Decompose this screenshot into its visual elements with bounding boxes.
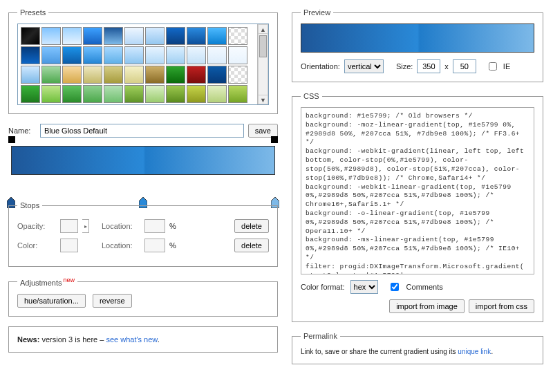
preset-swatch[interactable] xyxy=(228,46,247,64)
preset-swatch[interactable] xyxy=(83,66,102,84)
adjustments-legend: Adjustmentsnew xyxy=(17,277,77,287)
comments-checkbox[interactable] xyxy=(391,283,399,291)
scroll-down-arrow-icon[interactable]: ▼ xyxy=(258,95,268,104)
opacity-label: Opacity: xyxy=(17,222,56,230)
hue-saturation-button[interactable]: hue/saturation... xyxy=(17,294,86,308)
preset-swatch[interactable] xyxy=(41,85,61,103)
preset-swatch[interactable] xyxy=(228,27,247,45)
opacity-location-input[interactable] xyxy=(144,219,165,233)
opacity-stop-right[interactable] xyxy=(271,136,278,143)
preset-swatch[interactable] xyxy=(145,46,165,64)
preset-swatch[interactable] xyxy=(124,85,144,103)
name-input[interactable] xyxy=(40,124,244,138)
location-label-1: Location: xyxy=(102,222,140,230)
news-text: version 3 is here – xyxy=(39,335,106,344)
preset-swatch[interactable] xyxy=(228,85,247,103)
preset-swatch[interactable] xyxy=(124,27,144,45)
preset-swatch[interactable] xyxy=(104,66,123,84)
preset-swatch[interactable] xyxy=(207,46,227,64)
news-label: News: xyxy=(17,335,39,344)
delete-color-stop-button[interactable]: delete xyxy=(234,239,269,252)
gradient-editor[interactable] xyxy=(8,142,278,193)
orientation-label: Orientation: xyxy=(301,62,340,71)
reverse-button[interactable]: reverse xyxy=(93,294,132,308)
scroll-track[interactable] xyxy=(258,34,268,95)
preset-swatch[interactable] xyxy=(124,46,144,64)
permalink-link[interactable]: unique link xyxy=(458,348,491,355)
preset-swatch[interactable] xyxy=(166,66,185,84)
news-link[interactable]: see what's new xyxy=(106,335,157,344)
pct-1: % xyxy=(169,222,176,230)
color-label: Color: xyxy=(17,241,56,250)
preset-swatch[interactable] xyxy=(21,66,40,84)
preset-swatch[interactable] xyxy=(62,85,82,103)
preset-swatch[interactable] xyxy=(62,27,82,45)
preset-swatch[interactable] xyxy=(207,85,227,103)
preset-swatch[interactable] xyxy=(21,85,40,103)
scroll-thumb[interactable] xyxy=(259,35,267,57)
preset-swatch[interactable] xyxy=(187,66,206,84)
color-format-label: Color format: xyxy=(301,283,345,291)
preset-swatch[interactable] xyxy=(187,27,206,45)
preset-swatch[interactable] xyxy=(62,66,82,84)
save-button[interactable]: save xyxy=(248,124,278,138)
delete-opacity-stop-button[interactable]: delete xyxy=(234,219,269,233)
size-width-input[interactable] xyxy=(417,59,440,73)
preset-swatch[interactable] xyxy=(145,85,165,103)
location-label-2: Location: xyxy=(102,241,140,250)
presets-scrollpane: ▲ ▼ xyxy=(17,24,269,105)
preview-gradient xyxy=(301,24,534,53)
new-badge: new xyxy=(64,277,75,283)
color-format-select[interactable]: hex xyxy=(350,280,378,294)
preset-swatch[interactable] xyxy=(166,85,185,103)
preset-swatch[interactable] xyxy=(207,27,227,45)
preset-swatch[interactable] xyxy=(104,46,123,64)
comments-label: Comments xyxy=(406,283,443,291)
orientation-select[interactable]: vertical xyxy=(344,59,384,73)
preset-swatch[interactable] xyxy=(145,27,165,45)
color-location-input[interactable] xyxy=(144,239,165,252)
name-row: Name: save xyxy=(8,124,278,138)
preset-swatch[interactable] xyxy=(83,85,102,103)
opacity-stop-left[interactable] xyxy=(8,136,15,143)
preset-swatch[interactable] xyxy=(104,27,123,45)
scroll-up-arrow-icon[interactable]: ▲ xyxy=(258,24,268,34)
presets-legend: Presets xyxy=(17,8,48,17)
preset-swatch[interactable] xyxy=(187,46,206,64)
import-from-image-button[interactable]: import from image xyxy=(389,299,465,313)
adjustments-panel: Adjustmentsnew hue/saturation... reverse xyxy=(8,277,278,317)
preset-swatch[interactable] xyxy=(166,46,185,64)
opacity-spinner-icon[interactable]: ▸ xyxy=(82,219,89,233)
size-x: x xyxy=(444,62,449,71)
css-output[interactable]: background: #1e5799; /* Old browsers */ … xyxy=(301,107,534,274)
preset-swatch[interactable] xyxy=(41,27,61,45)
news-box: News: version 3 is here – see what's new… xyxy=(8,326,278,353)
gradient-bar[interactable] xyxy=(11,146,275,175)
preset-swatch[interactable] xyxy=(83,46,102,64)
preset-swatch[interactable] xyxy=(124,66,144,84)
permalink-panel: Permalink Link to, save or share the cur… xyxy=(292,332,543,364)
color-swatch-input[interactable] xyxy=(60,239,78,252)
permalink-text: Link to, save or share the current gradi… xyxy=(301,348,458,355)
stops-panel: Stops Opacity: ▸ Location: % delete Colo… xyxy=(8,201,278,267)
ie-checkbox[interactable] xyxy=(489,62,497,71)
css-legend: CSS xyxy=(301,92,322,100)
preset-swatch[interactable] xyxy=(228,66,247,84)
preset-swatch[interactable] xyxy=(62,46,82,64)
preset-swatch[interactable] xyxy=(41,66,61,84)
preset-swatch[interactable] xyxy=(21,46,40,64)
ie-label: IE xyxy=(503,62,510,71)
opacity-input[interactable] xyxy=(60,219,78,233)
preset-swatch[interactable] xyxy=(145,66,165,84)
import-from-css-button[interactable]: import from css xyxy=(469,299,534,313)
preset-swatch[interactable] xyxy=(41,46,61,64)
size-height-input[interactable] xyxy=(453,59,476,73)
preset-swatch[interactable] xyxy=(83,27,102,45)
presets-panel: Presets ▲ ▼ xyxy=(8,8,278,114)
preset-swatch[interactable] xyxy=(104,85,123,103)
preset-swatch[interactable] xyxy=(166,27,185,45)
preset-swatch[interactable] xyxy=(207,66,227,84)
preset-swatch[interactable] xyxy=(187,85,206,103)
preset-swatch[interactable] xyxy=(21,27,40,45)
presets-scrollbar[interactable]: ▲ ▼ xyxy=(257,24,268,104)
